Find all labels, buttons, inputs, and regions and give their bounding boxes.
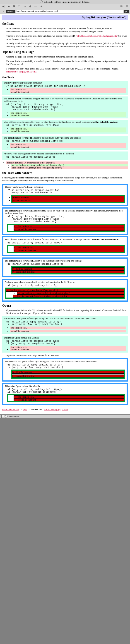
list-item: first list item text. [14, 246, 124, 249]
list-item: second list item text. [14, 249, 124, 252]
star-icon[interactable]: ✶ [40, 4, 43, 8]
opera-test-1: This seems to be Opera's default style. … [2, 316, 128, 334]
list-item: third list item text. (margin-left: 40px… [11, 166, 128, 169]
opera-test-1-code: ul {margin-left: 40px; padding-left: 0;}… [6, 321, 126, 326]
opera-border-test-1-list: first list item text. second list item t… [11, 370, 125, 378]
opera-border-test-1: This seems to be Opera's default style. … [2, 358, 128, 382]
window-titlebar: Subotnik: list box implementations in di… [0, 0, 130, 4]
titlebar-icon [40, 0, 42, 3]
opera-again: Again the last two tests with a 5px bord… [2, 354, 128, 357]
border-test-1-list: first list item text. second list item t… [11, 195, 125, 203]
list-item: first list item text. [10, 143, 126, 146]
opera-border-test-1-code: ul {margin-left: 40px; padding-left: 0;}… [8, 364, 125, 369]
border-test-2: The default values for Mozilla are (you … [2, 208, 128, 235]
opera-border-test-2-code: ul {margin-left: 0; padding-left: 40px;}… [8, 388, 125, 393]
test-1: This is your browser's default behaviour… [2, 80, 128, 95]
opera-border-test-2: This makes Opera behave like Mozilla: ul… [2, 383, 128, 405]
test-3-code: ul {margin-left: 0; padding-left: 40px;} [6, 124, 126, 126]
border-test-3-code: ul {margin-left: 0; padding-left: 40px;} [8, 242, 125, 244]
test-1-list: first list item text. second list item t… [10, 88, 126, 93]
test-4: The default values for Mac-IE5 seem to b… [2, 136, 128, 150]
baron-link[interactable]: <slrn92u53.usf.dbaron@is04.fas.harvard.e… [76, 35, 118, 37]
footer-style-link[interactable]: style [23, 408, 27, 411]
list-item: first list item text. [12, 268, 124, 270]
opera-para-1: Opera (version 5b1 for MacOS) behaves al… [2, 309, 128, 315]
status-text: Internetzone [8, 415, 19, 418]
footer-email-link[interactable]: e-mail [62, 408, 68, 411]
zoom-icon[interactable]: — [34, 4, 38, 8]
border-test-5-code: ul {margin-left: 0; padding-left: 0;} [8, 284, 125, 287]
border-test-2-code: ul {display: block; list-style-type: dis… [8, 215, 125, 223]
issue-para-2: Thanks to David Baron who helped me with… [2, 34, 128, 40]
options-icon[interactable]: ⊕ [28, 4, 32, 8]
list-item: first list item text. [14, 225, 124, 228]
issue-para-1: Both 'Internet Explorer 5 for Macintosh'… [2, 27, 128, 33]
list-item: second list item text. [10, 91, 126, 93]
footer-home-link[interactable]: www.subotnik.net [2, 408, 19, 411]
footer-private-link[interactable]: private Homepage [44, 408, 60, 411]
borders-intro: Following are the same testcases with a … [2, 176, 128, 182]
page-title: Styling list margins ("indentation") [2, 15, 128, 20]
status-icon [1, 415, 4, 418]
test-2: The default values for Mozilla are (you … [2, 96, 128, 118]
list-item: first list item text. [10, 326, 126, 329]
footer-nav: www.subotnik.net --> style --> list-box-… [2, 408, 128, 411]
opera-test-1-list: first list item text. second list item t… [10, 326, 126, 332]
border-test-3-list: first list item text. second list item t… [7, 245, 125, 253]
list-item: first list item text. [10, 88, 126, 91]
list-item: second list item text. [12, 374, 124, 378]
list-item: first list item text. (/* properties for… [6, 289, 124, 292]
tips-para-3: For those who don't have access to a CSS… [2, 67, 128, 73]
border-test-2-list: first list item text. second list item t… [7, 224, 125, 232]
toolbar: ◀ ▶ ✖ ↻ ⌂ ⊕ — ✶ ✉ 🖶 [0, 4, 130, 9]
heading-tips: Tips for using this Page [2, 50, 128, 54]
border-test-4-list: first list item text. second list item t… [11, 266, 125, 274]
list-item: first list item text. [14, 395, 124, 398]
go-button[interactable]: go [124, 10, 129, 13]
list-item: second list item text. [14, 398, 124, 401]
list-item: second list item text. [10, 330, 126, 332]
list-item: second list item text. (margin-left: 0; … [17, 292, 124, 294]
border-test-3: Most of these properties are self-eviden… [2, 236, 128, 256]
list-item: first list item text. [10, 128, 126, 130]
reload-button[interactable]: ↻ [18, 4, 21, 8]
heading-issue: the Issue [2, 22, 128, 26]
border-test-1-code: /* no author styles defined except for b… [8, 189, 125, 194]
opera-border-test-2-list: first list item text. second list item t… [7, 394, 125, 402]
url-input[interactable] [16, 10, 123, 13]
opera-test-2-list: first list item text. second list item t… [10, 346, 126, 351]
list-item: third list item text. (margin-left: 40px… [13, 294, 124, 298]
list-item: first list item text. [12, 196, 124, 199]
border-test-4: The default values for Mac-IE5 seem to b… [2, 258, 128, 278]
test-2-code: ul {display: block; list-style-type: dis… [6, 103, 126, 111]
test-1-code: /* no author styles defined except for b… [6, 85, 126, 88]
heading-borders: the Tests with borders [2, 171, 128, 175]
issue-para-3: Actually both browsers get list margins … [2, 42, 128, 48]
window-title: Subotnik: list box implementations in di… [44, 0, 90, 3]
list-item: first list item text. [12, 371, 124, 374]
forward-button[interactable]: ▶ [7, 4, 10, 8]
stop-button[interactable]: ✖ [12, 4, 16, 8]
globe-icon [5, 415, 8, 418]
test-5-list: first list item text. (/* properties for… [2, 162, 128, 169]
address-menu-icon[interactable]: ▾ [1, 10, 5, 13]
screenshot-link[interactable]: screenshot of the page in MacIE5 [6, 70, 37, 73]
tips-para-1: Opening the page in a second browser win… [2, 55, 128, 58]
tips-para-2: Each test list is surrounded by a blue-b… [2, 60, 128, 66]
print-icon[interactable]: 🖶 [125, 4, 129, 8]
list-item: second list item text. [12, 270, 124, 273]
list-item: first list item text. [10, 112, 126, 114]
border-test-5: And now some playing around with padding… [2, 279, 128, 302]
status-bar: Internetzone [0, 414, 130, 418]
address-bar: ▾ Address: go [0, 9, 130, 14]
test-4-list: first list item text. second list item t… [10, 143, 126, 148]
opera-test-2-code: ul {margin-left: 0; padding-left: 40px;}… [6, 340, 126, 345]
mail-icon[interactable]: ✉ [120, 4, 123, 8]
back-button[interactable]: ◀ [1, 4, 5, 8]
address-label: Address: [6, 10, 15, 13]
list-item: second list item text. [10, 130, 126, 132]
test-5: And now some playing around with padding… [2, 152, 128, 160]
border-test-5-list: first list item text. (/* properties for… [5, 288, 125, 299]
list-item: second list item text. [10, 146, 126, 148]
home-button[interactable]: ⌂ [23, 4, 27, 8]
